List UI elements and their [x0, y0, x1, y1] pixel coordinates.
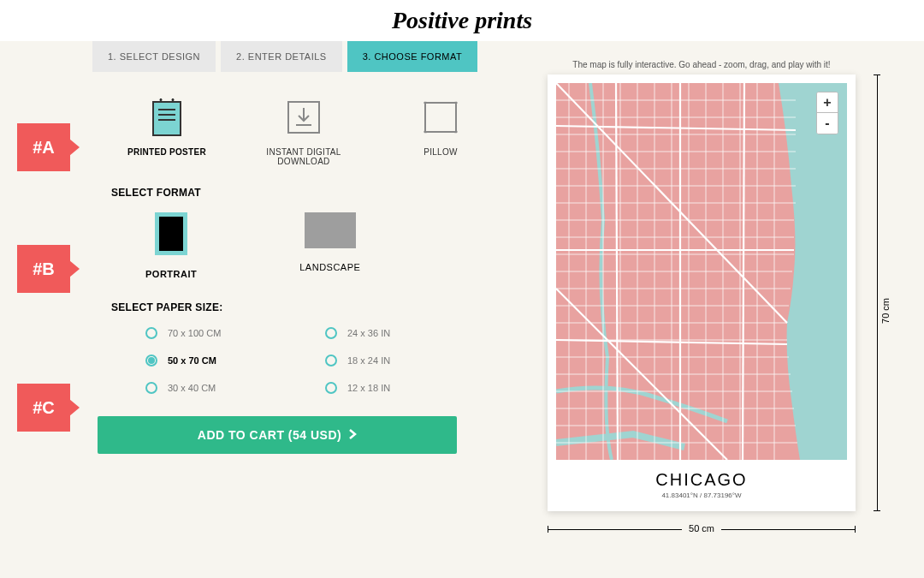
product-pillow[interactable]: PILLOW	[385, 96, 496, 166]
product-label: PILLOW	[424, 147, 458, 157]
size-50x70cm[interactable]: 50 x 70 CM	[145, 355, 274, 366]
poster-icon	[148, 96, 186, 139]
svg-rect-4	[172, 98, 174, 102]
cart-button-label: ADD TO CART (54 USD)	[198, 428, 341, 442]
product-type-row: PRINTED POSTER INSTANT DIGITAL DOWNLOAD	[111, 96, 496, 166]
size-label: 30 x 40 CM	[168, 383, 216, 393]
product-printed-poster[interactable]: PRINTED POSTER	[111, 96, 222, 166]
size-label: 24 x 36 IN	[347, 328, 390, 338]
logo: Positive prints	[0, 7, 924, 34]
chevron-right-icon	[348, 428, 357, 442]
portrait-icon	[155, 212, 187, 259]
paper-size-grid: 70 x 100 CM 24 x 36 IN 50 x 70 CM 18 x 2…	[145, 327, 496, 394]
map-svg	[556, 83, 847, 460]
paper-size-section-title: SELECT PAPER SIZE:	[111, 301, 496, 313]
landscape-icon	[305, 212, 356, 252]
svg-rect-2	[160, 98, 162, 102]
dimension-width-line: 50 cm	[548, 514, 856, 530]
annotation-a: #A	[17, 123, 70, 171]
size-18x24in[interactable]: 18 x 24 IN	[325, 355, 453, 366]
size-30x40cm[interactable]: 30 x 40 CM	[145, 382, 274, 394]
poster-preview-wrap: + - CHICAGO 41.83401°N / 87.73196°W 70 c…	[548, 74, 856, 511]
svg-rect-0	[153, 102, 181, 135]
format-landscape[interactable]: LANDSCAPE	[299, 212, 360, 279]
pillow-icon	[422, 96, 459, 139]
format-row: PORTRAIT LANDSCAPE	[145, 212, 496, 279]
tab-select-design[interactable]: 1. SELECT DESIGN	[92, 41, 216, 72]
product-digital-download[interactable]: INSTANT DIGITAL DOWNLOAD	[248, 96, 359, 166]
download-icon	[285, 96, 323, 139]
dimension-height-line: 70 cm	[877, 74, 878, 511]
poster-title: CHICAGO	[556, 470, 847, 490]
radio-icon	[325, 355, 337, 366]
format-section-title: SELECT FORMAT	[111, 187, 496, 199]
dimension-height-label: 70 cm	[880, 293, 891, 329]
svg-rect-12	[305, 212, 356, 248]
zoom-controls: + -	[816, 92, 838, 134]
radio-icon	[145, 355, 157, 366]
size-label: 18 x 24 IN	[347, 355, 390, 366]
annotation-b: #B	[17, 245, 70, 293]
radio-icon	[325, 327, 337, 339]
zoom-out-button[interactable]: -	[817, 113, 838, 134]
size-70x100cm[interactable]: 70 x 100 CM	[145, 327, 274, 339]
format-label: PORTRAIT	[145, 269, 197, 279]
tab-enter-details[interactable]: 2. ENTER DETAILS	[221, 41, 342, 72]
size-24x36in[interactable]: 24 x 36 IN	[325, 327, 453, 339]
step-tabs: 1. SELECT DESIGN 2. ENTER DETAILS 3. CHO…	[92, 41, 496, 72]
poster-preview: + - CHICAGO 41.83401°N / 87.73196°W	[548, 74, 856, 511]
dimension-width-label: 50 cm	[682, 523, 721, 533]
add-to-cart-button[interactable]: ADD TO CART (54 USD)	[98, 416, 457, 454]
svg-rect-11	[159, 217, 183, 251]
size-label: 50 x 70 CM	[168, 355, 216, 366]
tab-choose-format[interactable]: 3. CHOOSE FORMAT	[347, 41, 478, 72]
radio-icon	[145, 382, 157, 394]
format-label: LANDSCAPE	[299, 262, 360, 272]
radio-icon	[145, 327, 157, 339]
poster-coordinates: 41.83401°N / 87.73196°W	[556, 492, 847, 499]
zoom-in-button[interactable]: +	[817, 92, 838, 113]
format-portrait[interactable]: PORTRAIT	[145, 212, 197, 279]
map-area[interactable]: + -	[556, 83, 847, 460]
radio-icon	[325, 382, 337, 394]
map-hint: The map is fully interactive. Go ahead -…	[496, 60, 907, 69]
size-12x18in[interactable]: 12 x 18 IN	[325, 382, 453, 394]
annotation-c: #C	[17, 384, 70, 432]
size-label: 12 x 18 IN	[347, 383, 390, 393]
size-label: 70 x 100 CM	[168, 328, 221, 338]
product-label: INSTANT DIGITAL DOWNLOAD	[248, 147, 359, 166]
product-label: PRINTED POSTER	[127, 147, 206, 157]
